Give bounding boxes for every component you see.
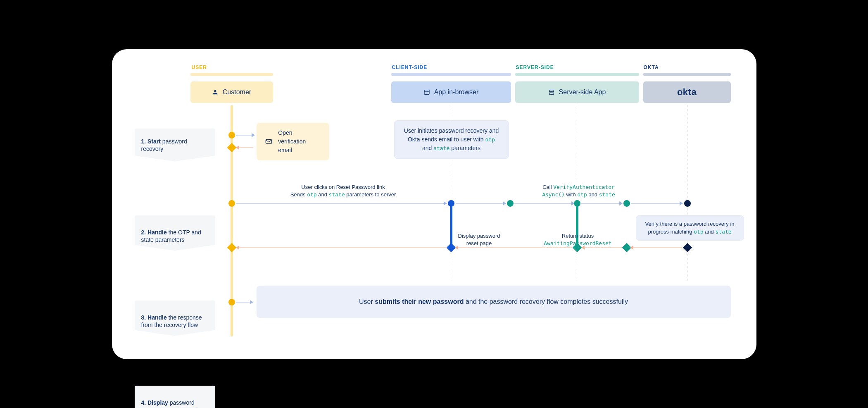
lane-label-client: CLIENT-SIDE <box>392 64 428 70</box>
step-1: 1. Start password recovery <box>135 129 215 162</box>
lane-box-server-label: Server-side App <box>559 88 606 96</box>
lane-box-okta: okta <box>643 81 731 103</box>
lane-label-user: USER <box>192 64 207 70</box>
arrow-server-to-okta-entry <box>581 203 620 204</box>
arrowhead-user-to-client <box>444 201 447 205</box>
note-okta-verify: Verify there is a password recovery in p… <box>636 215 744 241</box>
server-icon <box>548 89 555 95</box>
activation-okta <box>684 200 691 207</box>
underline-okta <box>643 73 731 76</box>
arrow-text-2: Call VerifyAuthenticator Async() with ot… <box>525 184 633 199</box>
arrow-user-to-client <box>236 203 445 204</box>
activation-server-entry <box>507 200 514 207</box>
arrow-client-to-server-dash <box>456 203 504 204</box>
svg-rect-0 <box>424 90 429 94</box>
arrowhead-okta-ret <box>630 246 633 250</box>
underline-user <box>190 73 273 76</box>
lane-label-server: SERVER-SIDE <box>516 64 554 70</box>
note-final: User submits their new password and the … <box>257 286 731 318</box>
arrowhead-cu-ret <box>236 246 239 250</box>
lane-box-client: App in-browser <box>391 81 511 103</box>
activation-server-exit <box>623 200 630 207</box>
mail-icon <box>265 136 273 147</box>
lane-box-user-label: Customer <box>223 88 251 96</box>
arrow-okta-ret <box>633 247 682 248</box>
arrow-text-return1: Return status AwaitingPasswordReset <box>533 232 623 248</box>
lifeline-okta <box>687 105 687 283</box>
lane-label-okta: OKTA <box>644 64 659 70</box>
arrow-server-inner <box>514 203 572 204</box>
arrowhead-so-e <box>619 201 623 205</box>
lane-box-client-label: App in-browser <box>434 88 479 96</box>
svg-rect-3 <box>549 93 554 94</box>
arrowhead-email-back <box>236 146 239 150</box>
arrow-text-return2: Display password reset page <box>451 232 508 248</box>
step-4: 4. Display password reset page and compl… <box>135 386 215 408</box>
arrowhead-okta <box>680 201 683 205</box>
svg-rect-2 <box>549 90 554 91</box>
activation-user-1 <box>228 132 235 138</box>
note-client-init: User initiates password recovery and Okt… <box>394 120 509 159</box>
okta-logo: okta <box>677 87 697 98</box>
arrowhead-open-email <box>252 133 255 137</box>
arrow-to-okta <box>631 203 680 204</box>
step-3: 3. Handle the response from the recovery… <box>135 301 215 336</box>
lane-box-server: Server-side App <box>515 81 639 103</box>
return-okta <box>683 243 692 252</box>
note-email: Open verification email <box>257 123 329 160</box>
arrowhead-cs <box>503 201 506 205</box>
browser-icon <box>423 89 430 95</box>
activation-user-4 <box>228 299 235 305</box>
arrow-email-back <box>238 147 253 148</box>
activation-user-2 <box>228 200 235 207</box>
return-user-1 <box>227 143 236 152</box>
underline-client <box>391 73 511 76</box>
arrow-client-to-user-ret <box>238 247 446 248</box>
return-user-3 <box>227 243 236 252</box>
arrow-text-1: User clicks on Reset Password link Sends… <box>273 184 414 199</box>
arrow-open-email <box>236 135 252 136</box>
svg-rect-4 <box>266 139 271 143</box>
user-icon <box>212 89 219 95</box>
step-2: 2. Handle the OTP and state parameters <box>135 215 215 251</box>
arrow-final <box>236 302 251 303</box>
arrowhead-final <box>250 300 253 304</box>
sequence-diagram: USER CLIENT-SIDE SERVER-SIDE OKTA Custom… <box>112 49 756 359</box>
underline-server <box>515 73 639 76</box>
lane-box-user: Customer <box>190 81 273 103</box>
